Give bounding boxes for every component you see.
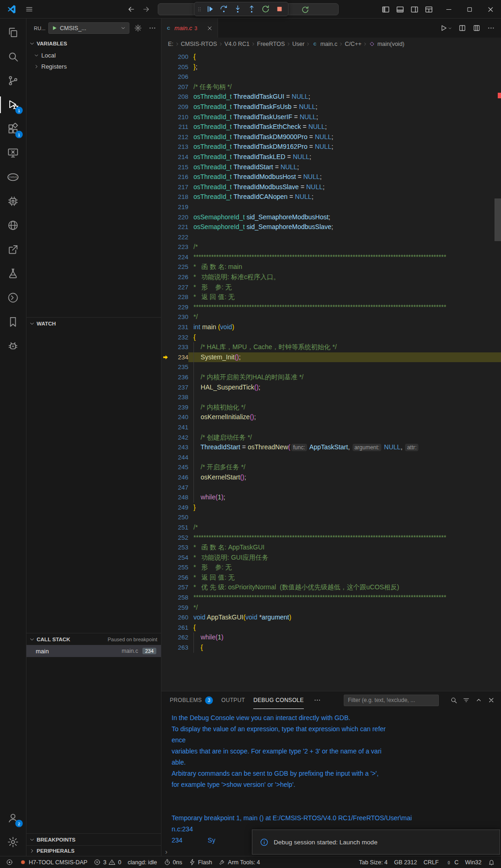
glyph-margin[interactable] [161, 112, 170, 122]
glyph-margin[interactable] [161, 372, 170, 383]
code-line-206[interactable]: 206 [161, 72, 501, 82]
code-line-249[interactable]: 249} [161, 503, 501, 513]
glyph-margin[interactable] [161, 503, 170, 513]
panel-tab-debug-console[interactable]: DEBUG CONSOLE [253, 691, 304, 709]
glyph-margin[interactable] [161, 122, 170, 132]
code-text[interactable]: osThreadId_t ThreadIdTaskDM9000Pro = NUL… [188, 132, 501, 142]
line-number[interactable]: 246 [170, 472, 188, 483]
code-text[interactable]: { [188, 332, 501, 343]
status-platform[interactable]: Win32 [462, 856, 485, 868]
debug-stop-icon[interactable] [272, 3, 286, 15]
glyph-margin[interactable] [161, 632, 170, 643]
glyph-margin[interactable] [161, 142, 170, 152]
glyph-margin[interactable] [161, 192, 170, 202]
code-line-226[interactable]: 226* 功能说明: 标准c程序入口。 [161, 272, 501, 282]
line-number[interactable]: 236 [170, 372, 188, 383]
code-text[interactable]: /* [188, 523, 501, 533]
code-line-244[interactable]: 244 [161, 453, 501, 463]
call-stack-section-header[interactable]: CALL STACK Paused on breakpoint [26, 633, 161, 645]
glyph-margin[interactable] [161, 82, 170, 92]
code-line-217[interactable]: 217osThreadId_t ThreadIdModbusSlave = NU… [161, 182, 501, 192]
filter-lines-icon[interactable] [460, 694, 472, 707]
code-line-246[interactable]: 246 osKernelStart(); [161, 472, 501, 483]
code-text[interactable] [188, 72, 501, 82]
layout-columns-icon[interactable] [470, 21, 483, 35]
code-line-214[interactable]: 214osThreadId_t ThreadIdTaskLED = NULL; [161, 152, 501, 162]
run-icon[interactable] [437, 21, 454, 35]
activity-bookmark-icon[interactable] [0, 310, 26, 334]
line-number[interactable]: 238 [170, 392, 188, 402]
glyph-margin[interactable] [161, 562, 170, 573]
line-number[interactable]: 237 [170, 383, 188, 393]
start-debug-icon[interactable] [51, 25, 58, 31]
code-text[interactable]: * 返 回 值: 无 [188, 573, 501, 583]
glyph-margin[interactable] [161, 542, 170, 553]
breadcrumb-item[interactable]: E: [168, 41, 173, 47]
code-text[interactable]: HAL_SuspendTick(); [188, 383, 501, 393]
activity-extensions-icon[interactable]: 1 [0, 117, 26, 141]
line-number[interactable]: 243 [170, 442, 188, 453]
arrow-right-icon[interactable] [139, 2, 153, 16]
layout-sidebar-left-icon[interactable] [379, 2, 392, 16]
code-line-258[interactable]: 258*************************************… [161, 593, 501, 603]
code-line-234[interactable]: 234 System_Init(); [161, 352, 501, 363]
split-editor-icon[interactable] [456, 21, 469, 35]
line-number[interactable]: 206 [170, 72, 188, 82]
code-line-236[interactable]: 236 /* 内核开启前关闭HAL的时间基准 */ [161, 372, 501, 383]
code-line-232[interactable]: 232{ [161, 332, 501, 343]
debug-step-out-icon[interactable] [244, 3, 258, 15]
code-line-252[interactable]: 252*************************************… [161, 533, 501, 543]
activity-terminal-icon[interactable] [0, 286, 26, 310]
line-number[interactable]: 244 [170, 453, 188, 463]
code-line-237[interactable]: 237 HAL_SuspendTick(); [161, 383, 501, 393]
breadcrumb-item[interactable]: CMSIS-RTOS [181, 41, 217, 47]
code-line-219[interactable]: 219 [161, 202, 501, 212]
line-number[interactable]: 257 [170, 582, 188, 593]
code-line-239[interactable]: 239 /* 内核初始化 */ [161, 402, 501, 413]
breadcrumb-item[interactable]: main(void) [369, 41, 404, 47]
glyph-margin[interactable] [161, 232, 170, 243]
line-number[interactable]: 226 [170, 272, 188, 282]
line-number[interactable]: 209 [170, 102, 188, 112]
line-number[interactable]: 232 [170, 332, 188, 343]
code-text[interactable] [188, 202, 501, 212]
glyph-margin[interactable] [161, 202, 170, 212]
code-text[interactable]: * 优 先 级: osPriorityNormal (数值越小优先级越低，这个跟… [188, 582, 501, 593]
code-text[interactable]: osThreadId_t ThreadIdTaskFsUsb = NULL; [188, 102, 501, 112]
code-line-209[interactable]: 209osThreadId_t ThreadIdTaskFsUsb = NULL… [161, 102, 501, 112]
code-text[interactable]: */ [188, 603, 501, 613]
activity-files-icon[interactable] [0, 20, 26, 45]
code-text[interactable]: osThreadId_t ThreadIdTaskEthCheck = NULL… [188, 122, 501, 132]
code-text[interactable]: { [188, 643, 501, 653]
line-number[interactable]: 234 [170, 352, 188, 363]
line-number[interactable]: 233 [170, 342, 188, 352]
activity-settings-gear-icon[interactable] [0, 830, 26, 854]
gear-icon[interactable] [132, 22, 144, 34]
close-icon[interactable] [485, 694, 497, 707]
line-number[interactable]: 222 [170, 232, 188, 243]
glyph-margin[interactable] [161, 433, 170, 443]
line-number[interactable]: 247 [170, 483, 188, 493]
variables-section-header[interactable]: VARIABLES [26, 38, 161, 50]
line-number[interactable]: 205 [170, 62, 188, 72]
code-text[interactable]: ****************************************… [188, 302, 501, 313]
search-icon[interactable] [447, 694, 460, 707]
glyph-margin[interactable] [161, 472, 170, 483]
status-flash[interactable]: Flash [186, 856, 216, 868]
code-line-233[interactable]: 233 /* HAL库，MPU，Cache，时钟等系统初始化 */ [161, 342, 501, 352]
console-filter-input[interactable] [344, 695, 439, 706]
glyph-margin[interactable] [161, 242, 170, 252]
code-line-207[interactable]: 207/* 任务句柄 */ [161, 82, 501, 92]
code-line-231[interactable]: 231int main (void) [161, 322, 501, 332]
line-number[interactable]: 241 [170, 422, 188, 433]
status-remote[interactable] [3, 856, 16, 868]
code-line-255[interactable]: 255* 形 参: 无 [161, 562, 501, 573]
line-number[interactable]: 225 [170, 262, 188, 272]
code-text[interactable]: void AppTaskGUI(void *argument) [188, 613, 501, 623]
line-number[interactable]: 239 [170, 402, 188, 413]
glyph-margin[interactable] [161, 272, 170, 282]
code-line-225[interactable]: 225* 函 数 名: main [161, 262, 501, 272]
tab-main-c[interactable]: C main.c 3 [161, 19, 218, 38]
code-text[interactable]: * 函 数 名: AppTaskGUI [188, 542, 501, 553]
more-icon[interactable] [485, 21, 497, 35]
